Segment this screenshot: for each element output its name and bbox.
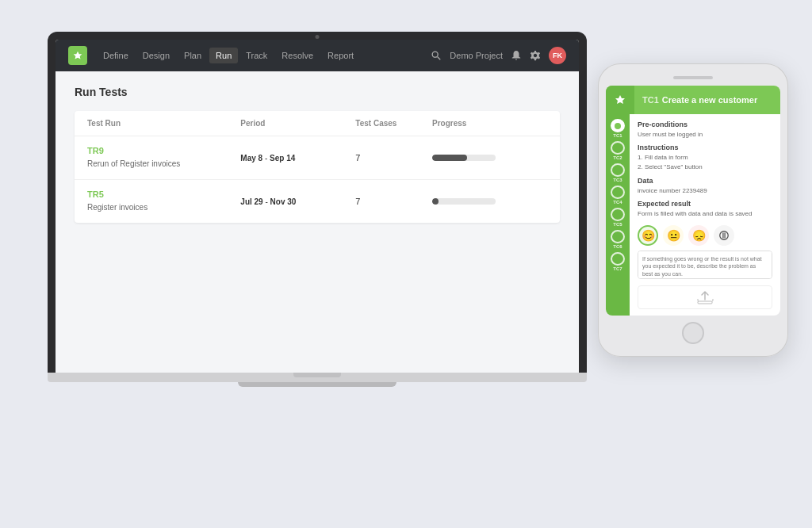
col-header-period: Period — [240, 119, 355, 128]
sidebar-item-tc2[interactable]: TC2 — [608, 141, 627, 160]
rating-neutral[interactable]: 😐 — [663, 225, 684, 246]
table-row[interactable]: TR5 Register invoices Jul 29 - Nov 30 7 — [75, 180, 560, 223]
row-2-period-start: Jul 29 — [240, 197, 262, 206]
row-1-progress — [432, 155, 547, 161]
nav-item-run[interactable]: Run — [209, 48, 238, 63]
nav-right: Demo Project FK — [431, 47, 566, 64]
row-2-id: TR5 — [87, 189, 240, 199]
tc5-circle — [611, 208, 625, 221]
row-2-period-end: Nov 30 — [270, 197, 297, 206]
nav-bar: Define Design Plan Run Track Resolve Rep… — [56, 40, 579, 71]
sidebar-label-tc1: TC1 — [613, 133, 622, 138]
row-2-progress — [432, 198, 547, 205]
rating-row: 😊 😐 😞 — [638, 225, 772, 246]
col-header-test-cases: Test Cases — [355, 119, 432, 128]
row-1-cases: 7 — [355, 153, 432, 163]
sidebar-label-tc3: TC3 — [613, 178, 622, 182]
project-name: Demo Project — [450, 51, 503, 60]
sidebar-item-tc3[interactable]: TC3 — [608, 163, 627, 182]
sidebar-item-tc5[interactable]: TC5 — [608, 208, 627, 227]
data-text: invoice number 2239489 — [638, 186, 772, 195]
table-header: Test Run Period Test Cases Progress — [75, 111, 560, 136]
row-1-period-start: May 8 — [240, 154, 262, 163]
table-row[interactable]: TR9 Rerun of Register invoices May 8 - S… — [75, 136, 560, 180]
instruction-1: 1. Fill data in form — [638, 153, 772, 163]
phone-nav-logo — [606, 86, 634, 114]
laptop-screen-border: Define Design Plan Run Track Resolve Rep… — [48, 32, 587, 373]
laptop-base — [48, 373, 587, 382]
bell-icon[interactable] — [511, 50, 522, 61]
row-2-name: Register invoices — [87, 203, 147, 212]
main-content: Run Tests Test Run Period Test Cases Pro… — [56, 71, 579, 373]
rating-fail[interactable]: 😞 — [688, 225, 709, 246]
row-1-id-name: TR9 Rerun of Register invoices — [87, 146, 240, 170]
tc3-circle — [611, 163, 625, 177]
nav-items: Define Design Plan Run Track Resolve Rep… — [97, 48, 431, 63]
phone-nav: TC1 Create a new customer — [606, 86, 780, 114]
logo-icon — [72, 50, 83, 61]
tc1-circle — [611, 119, 625, 132]
row-2-progress-fill — [432, 198, 439, 205]
expected-text: Form is filled with data and data is sav… — [638, 209, 772, 218]
search-icon[interactable] — [431, 50, 442, 61]
row-1-name: Rerun of Register invoices — [87, 159, 180, 168]
nav-item-design[interactable]: Design — [136, 48, 176, 63]
data-title: Data — [638, 177, 772, 185]
comment-textarea[interactable] — [638, 251, 772, 279]
sidebar-label-tc4: TC4 — [613, 200, 622, 205]
svg-point-2 — [720, 231, 729, 239]
blocked-icon — [718, 230, 730, 241]
sidebar-item-tc4[interactable]: TC4 — [608, 186, 627, 205]
page-title: Run Tests — [75, 86, 560, 98]
user-avatar[interactable]: FK — [549, 47, 566, 64]
phone-frame: TC1 Create a new customer TC1 TC2 — [598, 63, 788, 357]
sidebar-label-tc6: TC6 — [613, 244, 622, 249]
test-runs-table: Test Run Period Test Cases Progress TR9 … — [75, 111, 560, 223]
row-1-period: May 8 - Sep 14 — [240, 154, 355, 163]
tc-badge: TC1 — [642, 95, 659, 105]
sidebar-item-tc6[interactable]: TC6 — [608, 230, 627, 249]
rating-pass[interactable]: 😊 — [638, 225, 658, 246]
row-2-cases: 7 — [355, 197, 432, 206]
laptop-camera-dot — [316, 35, 320, 39]
sidebar-item-tc7[interactable]: TC7 — [608, 252, 627, 271]
phone-home-button[interactable] — [682, 322, 704, 344]
col-header-test-run: Test Run — [87, 119, 240, 128]
upload-icon — [696, 290, 714, 304]
row-1-progress-fill — [432, 155, 467, 161]
phone-logo-icon — [614, 94, 626, 106]
sidebar-label-tc5: TC5 — [613, 222, 622, 227]
nav-logo — [68, 46, 87, 65]
gear-icon[interactable] — [530, 50, 541, 61]
row-2-progress-bar — [432, 198, 496, 205]
instruction-2: 2. Select "Save" button — [638, 163, 772, 172]
rating-blocked[interactable] — [714, 225, 734, 246]
preconditions-title: Pre-conditions — [638, 121, 772, 128]
phone-sidebar: TC1 TC2 TC3 TC4 — [606, 114, 630, 316]
row-1-id: TR9 — [87, 146, 240, 155]
expected-title: Expected result — [638, 200, 772, 208]
instructions-title: Instructions — [638, 143, 772, 151]
nav-item-report[interactable]: Report — [321, 48, 360, 63]
svg-line-1 — [438, 57, 441, 60]
svg-rect-4 — [724, 232, 725, 238]
tc1-inner — [615, 123, 621, 129]
nav-item-resolve[interactable]: Resolve — [275, 48, 320, 63]
sidebar-item-tc1[interactable]: TC1 — [608, 119, 627, 138]
nav-item-define[interactable]: Define — [97, 48, 135, 63]
sidebar-label-tc7: TC7 — [613, 266, 622, 271]
phone-speaker — [673, 76, 713, 79]
row-2-period: Jul 29 - Nov 30 — [240, 197, 355, 206]
phone: TC1 Create a new customer TC1 TC2 — [598, 63, 788, 357]
row-2-id-name: TR5 Register invoices — [87, 189, 240, 213]
laptop-screen: Define Design Plan Run Track Resolve Rep… — [56, 40, 579, 373]
sidebar-label-tc2: TC2 — [613, 155, 622, 160]
nav-item-plan[interactable]: Plan — [178, 48, 208, 63]
nav-item-track[interactable]: Track — [239, 48, 274, 63]
upload-area[interactable] — [638, 285, 772, 309]
phone-main-content: Pre-conditions User must be logged in In… — [630, 114, 780, 316]
svg-point-0 — [433, 52, 439, 57]
preconditions-text: User must be logged in — [638, 130, 772, 139]
tc7-circle — [611, 252, 625, 266]
row-1-progress-bar — [432, 155, 496, 161]
